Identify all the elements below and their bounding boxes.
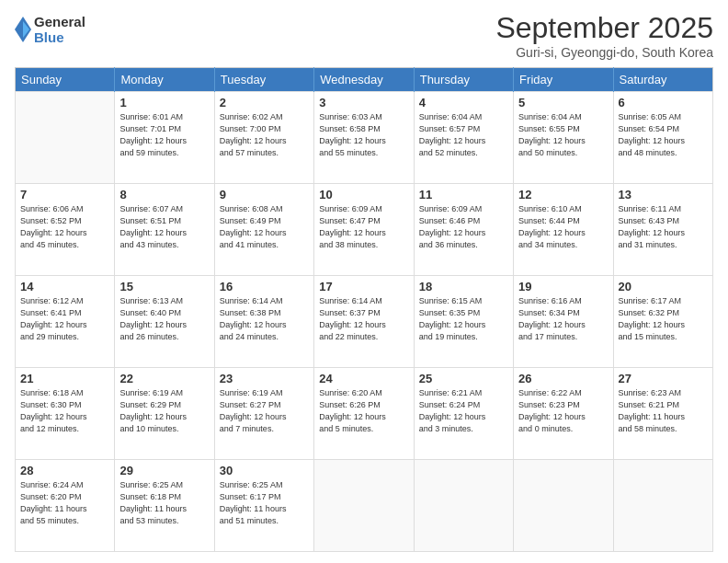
day-number: 26 [518,372,608,385]
calendar-cell: 8Sunrise: 6:07 AM Sunset: 6:51 PM Daylig… [115,184,214,276]
calendar-cell: 1Sunrise: 6:01 AM Sunset: 7:01 PM Daylig… [115,92,214,184]
header-day-sunday: Sunday [16,68,115,92]
day-info: Sunrise: 6:12 AM Sunset: 6:41 PM Dayligh… [20,295,109,343]
day-number: 18 [419,280,508,293]
header-day-monday: Monday [115,68,214,92]
day-info: Sunrise: 6:02 AM Sunset: 7:00 PM Dayligh… [220,111,309,159]
day-info: Sunrise: 6:16 AM Sunset: 6:34 PM Dayligh… [518,295,608,343]
calendar-cell [16,92,115,184]
day-number: 9 [220,188,309,201]
calendar: SundayMondayTuesdayWednesdayThursdayFrid… [15,67,713,552]
calendar-cell: 16Sunrise: 6:14 AM Sunset: 6:38 PM Dayli… [214,276,313,368]
day-number: 6 [619,96,708,109]
calendar-body: 1Sunrise: 6:01 AM Sunset: 7:01 PM Daylig… [16,92,713,552]
day-number: 23 [220,372,309,385]
day-number: 19 [518,280,608,293]
day-info: Sunrise: 6:10 AM Sunset: 6:44 PM Dayligh… [518,203,608,251]
day-info: Sunrise: 6:04 AM Sunset: 6:55 PM Dayligh… [518,111,608,159]
day-info: Sunrise: 6:09 AM Sunset: 6:46 PM Dayligh… [419,203,508,251]
day-info: Sunrise: 6:05 AM Sunset: 6:54 PM Dayligh… [619,111,708,159]
day-number: 16 [220,280,309,293]
day-number: 7 [20,188,109,201]
logo-text: General Blue [34,15,85,45]
calendar-cell: 28Sunrise: 6:24 AM Sunset: 6:20 PM Dayli… [16,460,115,552]
day-number: 25 [419,372,508,385]
calendar-cell [514,460,613,552]
logo: General Blue [15,15,85,45]
calendar-cell: 12Sunrise: 6:10 AM Sunset: 6:44 PM Dayli… [514,184,613,276]
day-info: Sunrise: 6:14 AM Sunset: 6:37 PM Dayligh… [319,295,408,343]
calendar-cell: 19Sunrise: 6:16 AM Sunset: 6:34 PM Dayli… [514,276,613,368]
day-number: 12 [518,188,608,201]
day-info: Sunrise: 6:18 AM Sunset: 6:30 PM Dayligh… [20,387,109,435]
day-number: 17 [319,280,408,293]
week-row-1: 1Sunrise: 6:01 AM Sunset: 7:01 PM Daylig… [16,92,713,184]
day-info: Sunrise: 6:22 AM Sunset: 6:23 PM Dayligh… [518,387,608,435]
logo-icon [15,17,31,42]
calendar-cell: 9Sunrise: 6:08 AM Sunset: 6:49 PM Daylig… [214,184,313,276]
day-info: Sunrise: 6:01 AM Sunset: 7:01 PM Dayligh… [119,111,209,159]
calendar-cell: 14Sunrise: 6:12 AM Sunset: 6:41 PM Dayli… [16,276,115,368]
day-info: Sunrise: 6:06 AM Sunset: 6:52 PM Dayligh… [20,203,109,251]
calendar-cell: 25Sunrise: 6:21 AM Sunset: 6:24 PM Dayli… [414,368,513,460]
calendar-header: SundayMondayTuesdayWednesdayThursdayFrid… [16,68,713,92]
day-number: 11 [419,188,508,201]
calendar-cell [414,460,513,552]
day-info: Sunrise: 6:17 AM Sunset: 6:32 PM Dayligh… [619,295,708,343]
calendar-cell: 11Sunrise: 6:09 AM Sunset: 6:46 PM Dayli… [414,184,513,276]
day-number: 15 [119,280,209,293]
day-info: Sunrise: 6:25 AM Sunset: 6:17 PM Dayligh… [220,479,309,527]
calendar-cell: 10Sunrise: 6:09 AM Sunset: 6:47 PM Dayli… [314,184,414,276]
calendar-cell: 4Sunrise: 6:04 AM Sunset: 6:57 PM Daylig… [414,92,513,184]
header-day-friday: Friday [514,68,613,92]
location-subtitle: Guri-si, Gyeonggi-do, South Korea [495,45,713,60]
header-day-wednesday: Wednesday [314,68,414,92]
calendar-cell: 20Sunrise: 6:17 AM Sunset: 6:32 PM Dayli… [613,276,712,368]
calendar-cell: 26Sunrise: 6:22 AM Sunset: 6:23 PM Dayli… [514,368,613,460]
day-number: 21 [20,372,109,385]
calendar-cell: 23Sunrise: 6:19 AM Sunset: 6:27 PM Dayli… [214,368,313,460]
day-info: Sunrise: 6:07 AM Sunset: 6:51 PM Dayligh… [119,203,209,251]
month-title: September 2025 [495,11,713,45]
day-number: 24 [319,372,408,385]
week-row-3: 14Sunrise: 6:12 AM Sunset: 6:41 PM Dayli… [16,276,713,368]
calendar-cell: 2Sunrise: 6:02 AM Sunset: 7:00 PM Daylig… [214,92,313,184]
day-number: 28 [20,464,109,477]
calendar-cell: 21Sunrise: 6:18 AM Sunset: 6:30 PM Dayli… [16,368,115,460]
day-info: Sunrise: 6:15 AM Sunset: 6:35 PM Dayligh… [419,295,508,343]
calendar-cell: 22Sunrise: 6:19 AM Sunset: 6:29 PM Dayli… [115,368,214,460]
day-info: Sunrise: 6:21 AM Sunset: 6:24 PM Dayligh… [419,387,508,435]
calendar-cell: 29Sunrise: 6:25 AM Sunset: 6:18 PM Dayli… [115,460,214,552]
header-day-saturday: Saturday [613,68,712,92]
calendar-cell [314,460,414,552]
day-number: 27 [619,372,708,385]
calendar-cell: 27Sunrise: 6:23 AM Sunset: 6:21 PM Dayli… [613,368,712,460]
day-info: Sunrise: 6:14 AM Sunset: 6:38 PM Dayligh… [220,295,309,343]
day-number: 5 [518,96,608,109]
day-info: Sunrise: 6:08 AM Sunset: 6:49 PM Dayligh… [220,203,309,251]
calendar-cell: 24Sunrise: 6:20 AM Sunset: 6:26 PM Dayli… [314,368,414,460]
calendar-cell: 3Sunrise: 6:03 AM Sunset: 6:58 PM Daylig… [314,92,414,184]
week-row-2: 7Sunrise: 6:06 AM Sunset: 6:52 PM Daylig… [16,184,713,276]
calendar-cell: 6Sunrise: 6:05 AM Sunset: 6:54 PM Daylig… [613,92,712,184]
day-number: 29 [119,464,209,477]
title-block: September 2025 Guri-si, Gyeonggi-do, Sou… [495,11,713,60]
header-day-tuesday: Tuesday [214,68,313,92]
day-number: 13 [619,188,708,201]
day-number: 2 [220,96,309,109]
day-info: Sunrise: 6:20 AM Sunset: 6:26 PM Dayligh… [319,387,408,435]
day-number: 30 [220,464,309,477]
day-info: Sunrise: 6:04 AM Sunset: 6:57 PM Dayligh… [419,111,508,159]
calendar-cell: 30Sunrise: 6:25 AM Sunset: 6:17 PM Dayli… [214,460,313,552]
header: General Blue September 2025 Guri-si, Gye… [15,11,713,60]
week-row-4: 21Sunrise: 6:18 AM Sunset: 6:30 PM Dayli… [16,368,713,460]
day-number: 8 [119,188,209,201]
logo-general: General [34,15,85,30]
calendar-cell: 5Sunrise: 6:04 AM Sunset: 6:55 PM Daylig… [514,92,613,184]
day-info: Sunrise: 6:23 AM Sunset: 6:21 PM Dayligh… [619,387,708,435]
day-number: 14 [20,280,109,293]
calendar-cell: 17Sunrise: 6:14 AM Sunset: 6:37 PM Dayli… [314,276,414,368]
day-info: Sunrise: 6:19 AM Sunset: 6:27 PM Dayligh… [220,387,309,435]
day-info: Sunrise: 6:19 AM Sunset: 6:29 PM Dayligh… [119,387,209,435]
day-number: 1 [119,96,209,109]
